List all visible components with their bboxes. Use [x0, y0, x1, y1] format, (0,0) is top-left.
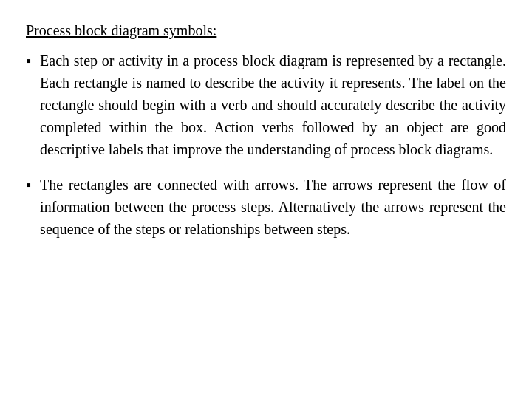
list-item: ▪ Each step or activity in a process blo… — [26, 50, 506, 160]
bullet-text-1: Each step or activity in a process block… — [40, 50, 506, 160]
bullet-symbol-1: ▪ — [26, 50, 31, 72]
page-title: Process block diagram symbols: — [26, 22, 506, 39]
bullet-text-2: The rectangles are connected with arrows… — [40, 174, 506, 240]
content-container: Process block diagram symbols: ▪ Each st… — [26, 22, 506, 253]
bullet-symbol-2: ▪ — [26, 174, 31, 196]
bullet-list: ▪ Each step or activity in a process blo… — [26, 50, 506, 240]
list-item: ▪ The rectangles are connected with arro… — [26, 174, 506, 240]
